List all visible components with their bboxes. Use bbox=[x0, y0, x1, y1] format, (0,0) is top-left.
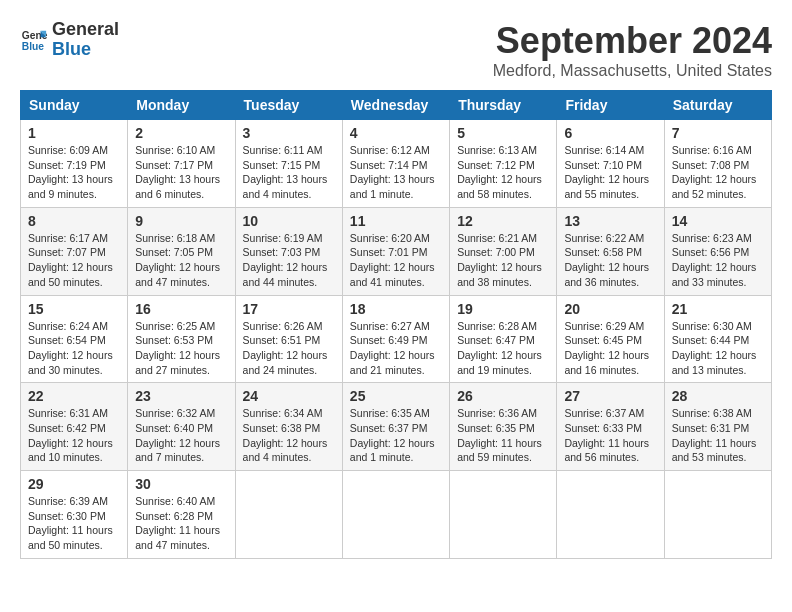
day-info: Sunrise: 6:21 AMSunset: 7:00 PMDaylight:… bbox=[457, 231, 549, 290]
day-info: Sunrise: 6:29 AMSunset: 6:45 PMDaylight:… bbox=[564, 319, 656, 378]
day-number: 13 bbox=[564, 213, 656, 229]
day-info: Sunrise: 6:11 AMSunset: 7:15 PMDaylight:… bbox=[243, 143, 335, 202]
svg-text:Blue: Blue bbox=[22, 41, 45, 52]
calendar-cell bbox=[557, 471, 664, 559]
calendar-cell: 12Sunrise: 6:21 AMSunset: 7:00 PMDayligh… bbox=[450, 207, 557, 295]
day-number: 25 bbox=[350, 388, 442, 404]
calendar-cell: 14Sunrise: 6:23 AMSunset: 6:56 PMDayligh… bbox=[664, 207, 771, 295]
weekday-header-tuesday: Tuesday bbox=[235, 91, 342, 120]
day-number: 24 bbox=[243, 388, 335, 404]
day-number: 9 bbox=[135, 213, 227, 229]
day-number: 21 bbox=[672, 301, 764, 317]
day-info: Sunrise: 6:20 AMSunset: 7:01 PMDaylight:… bbox=[350, 231, 442, 290]
week-row-2: 8Sunrise: 6:17 AMSunset: 7:07 PMDaylight… bbox=[21, 207, 772, 295]
day-number: 10 bbox=[243, 213, 335, 229]
day-info: Sunrise: 6:19 AMSunset: 7:03 PMDaylight:… bbox=[243, 231, 335, 290]
weekday-header-monday: Monday bbox=[128, 91, 235, 120]
day-info: Sunrise: 6:23 AMSunset: 6:56 PMDaylight:… bbox=[672, 231, 764, 290]
calendar-cell: 5Sunrise: 6:13 AMSunset: 7:12 PMDaylight… bbox=[450, 120, 557, 208]
logo-text: General Blue bbox=[52, 20, 119, 60]
day-number: 22 bbox=[28, 388, 120, 404]
day-info: Sunrise: 6:10 AMSunset: 7:17 PMDaylight:… bbox=[135, 143, 227, 202]
day-info: Sunrise: 6:18 AMSunset: 7:05 PMDaylight:… bbox=[135, 231, 227, 290]
calendar-cell: 6Sunrise: 6:14 AMSunset: 7:10 PMDaylight… bbox=[557, 120, 664, 208]
day-number: 23 bbox=[135, 388, 227, 404]
day-info: Sunrise: 6:12 AMSunset: 7:14 PMDaylight:… bbox=[350, 143, 442, 202]
calendar-cell: 1Sunrise: 6:09 AMSunset: 7:19 PMDaylight… bbox=[21, 120, 128, 208]
calendar-cell: 16Sunrise: 6:25 AMSunset: 6:53 PMDayligh… bbox=[128, 295, 235, 383]
day-number: 27 bbox=[564, 388, 656, 404]
calendar-cell bbox=[342, 471, 449, 559]
day-number: 7 bbox=[672, 125, 764, 141]
calendar-cell: 11Sunrise: 6:20 AMSunset: 7:01 PMDayligh… bbox=[342, 207, 449, 295]
day-info: Sunrise: 6:38 AMSunset: 6:31 PMDaylight:… bbox=[672, 406, 764, 465]
day-info: Sunrise: 6:26 AMSunset: 6:51 PMDaylight:… bbox=[243, 319, 335, 378]
calendar-cell: 4Sunrise: 6:12 AMSunset: 7:14 PMDaylight… bbox=[342, 120, 449, 208]
weekday-header-wednesday: Wednesday bbox=[342, 91, 449, 120]
day-info: Sunrise: 6:36 AMSunset: 6:35 PMDaylight:… bbox=[457, 406, 549, 465]
day-info: Sunrise: 6:27 AMSunset: 6:49 PMDaylight:… bbox=[350, 319, 442, 378]
calendar-cell: 2Sunrise: 6:10 AMSunset: 7:17 PMDaylight… bbox=[128, 120, 235, 208]
weekday-header-saturday: Saturday bbox=[664, 91, 771, 120]
day-info: Sunrise: 6:22 AMSunset: 6:58 PMDaylight:… bbox=[564, 231, 656, 290]
day-number: 4 bbox=[350, 125, 442, 141]
day-number: 1 bbox=[28, 125, 120, 141]
day-info: Sunrise: 6:39 AMSunset: 6:30 PMDaylight:… bbox=[28, 494, 120, 553]
calendar-cell: 30Sunrise: 6:40 AMSunset: 6:28 PMDayligh… bbox=[128, 471, 235, 559]
calendar-cell: 13Sunrise: 6:22 AMSunset: 6:58 PMDayligh… bbox=[557, 207, 664, 295]
day-info: Sunrise: 6:28 AMSunset: 6:47 PMDaylight:… bbox=[457, 319, 549, 378]
day-number: 5 bbox=[457, 125, 549, 141]
day-number: 26 bbox=[457, 388, 549, 404]
calendar-cell: 28Sunrise: 6:38 AMSunset: 6:31 PMDayligh… bbox=[664, 383, 771, 471]
calendar-cell: 10Sunrise: 6:19 AMSunset: 7:03 PMDayligh… bbox=[235, 207, 342, 295]
calendar-cell: 8Sunrise: 6:17 AMSunset: 7:07 PMDaylight… bbox=[21, 207, 128, 295]
day-number: 30 bbox=[135, 476, 227, 492]
day-number: 18 bbox=[350, 301, 442, 317]
day-number: 16 bbox=[135, 301, 227, 317]
day-number: 3 bbox=[243, 125, 335, 141]
weekday-header-thursday: Thursday bbox=[450, 91, 557, 120]
calendar-cell: 18Sunrise: 6:27 AMSunset: 6:49 PMDayligh… bbox=[342, 295, 449, 383]
calendar-cell: 17Sunrise: 6:26 AMSunset: 6:51 PMDayligh… bbox=[235, 295, 342, 383]
day-number: 14 bbox=[672, 213, 764, 229]
day-number: 20 bbox=[564, 301, 656, 317]
week-row-1: 1Sunrise: 6:09 AMSunset: 7:19 PMDaylight… bbox=[21, 120, 772, 208]
day-number: 15 bbox=[28, 301, 120, 317]
day-info: Sunrise: 6:17 AMSunset: 7:07 PMDaylight:… bbox=[28, 231, 120, 290]
day-number: 19 bbox=[457, 301, 549, 317]
day-number: 28 bbox=[672, 388, 764, 404]
day-number: 8 bbox=[28, 213, 120, 229]
calendar-cell: 19Sunrise: 6:28 AMSunset: 6:47 PMDayligh… bbox=[450, 295, 557, 383]
week-row-5: 29Sunrise: 6:39 AMSunset: 6:30 PMDayligh… bbox=[21, 471, 772, 559]
calendar-cell: 26Sunrise: 6:36 AMSunset: 6:35 PMDayligh… bbox=[450, 383, 557, 471]
calendar-cell: 21Sunrise: 6:30 AMSunset: 6:44 PMDayligh… bbox=[664, 295, 771, 383]
day-number: 17 bbox=[243, 301, 335, 317]
day-number: 11 bbox=[350, 213, 442, 229]
week-row-3: 15Sunrise: 6:24 AMSunset: 6:54 PMDayligh… bbox=[21, 295, 772, 383]
calendar-title: September 2024 bbox=[493, 20, 772, 62]
day-info: Sunrise: 6:24 AMSunset: 6:54 PMDaylight:… bbox=[28, 319, 120, 378]
calendar-cell: 9Sunrise: 6:18 AMSunset: 7:05 PMDaylight… bbox=[128, 207, 235, 295]
calendar-cell: 22Sunrise: 6:31 AMSunset: 6:42 PMDayligh… bbox=[21, 383, 128, 471]
calendar-cell bbox=[450, 471, 557, 559]
logo: General Blue General Blue bbox=[20, 20, 119, 60]
calendar-cell: 27Sunrise: 6:37 AMSunset: 6:33 PMDayligh… bbox=[557, 383, 664, 471]
day-number: 2 bbox=[135, 125, 227, 141]
day-info: Sunrise: 6:34 AMSunset: 6:38 PMDaylight:… bbox=[243, 406, 335, 465]
calendar-cell: 29Sunrise: 6:39 AMSunset: 6:30 PMDayligh… bbox=[21, 471, 128, 559]
day-info: Sunrise: 6:09 AMSunset: 7:19 PMDaylight:… bbox=[28, 143, 120, 202]
calendar-cell: 23Sunrise: 6:32 AMSunset: 6:40 PMDayligh… bbox=[128, 383, 235, 471]
calendar-table: SundayMondayTuesdayWednesdayThursdayFrid… bbox=[20, 90, 772, 559]
logo-icon: General Blue bbox=[20, 26, 48, 54]
calendar-cell bbox=[235, 471, 342, 559]
day-info: Sunrise: 6:35 AMSunset: 6:37 PMDaylight:… bbox=[350, 406, 442, 465]
day-number: 12 bbox=[457, 213, 549, 229]
day-info: Sunrise: 6:40 AMSunset: 6:28 PMDaylight:… bbox=[135, 494, 227, 553]
day-info: Sunrise: 6:13 AMSunset: 7:12 PMDaylight:… bbox=[457, 143, 549, 202]
day-info: Sunrise: 6:16 AMSunset: 7:08 PMDaylight:… bbox=[672, 143, 764, 202]
day-info: Sunrise: 6:31 AMSunset: 6:42 PMDaylight:… bbox=[28, 406, 120, 465]
weekday-header-row: SundayMondayTuesdayWednesdayThursdayFrid… bbox=[21, 91, 772, 120]
day-info: Sunrise: 6:32 AMSunset: 6:40 PMDaylight:… bbox=[135, 406, 227, 465]
weekday-header-friday: Friday bbox=[557, 91, 664, 120]
weekday-header-sunday: Sunday bbox=[21, 91, 128, 120]
